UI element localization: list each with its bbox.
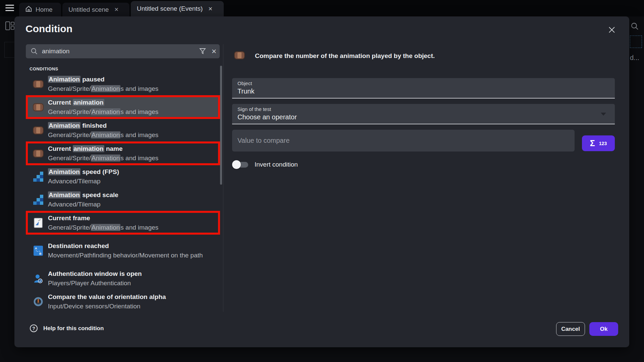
invert-condition-row: Invert condition bbox=[232, 160, 298, 169]
sprite-icon bbox=[33, 126, 44, 135]
tab-home[interactable]: Home bbox=[19, 3, 61, 16]
svg-text:A: A bbox=[35, 247, 37, 250]
clear-search-icon[interactable]: ✕ bbox=[208, 46, 220, 57]
object-field-value: Trunk bbox=[237, 87, 609, 95]
object-field-label: Object bbox=[237, 80, 609, 86]
dialog-title: Condition bbox=[25, 23, 72, 35]
truncated-text: d... bbox=[630, 54, 639, 62]
numeric-badge: 123 bbox=[599, 141, 607, 146]
tab-untitled-scene-events[interactable]: Untitled scene (Events) ✕ bbox=[131, 1, 224, 16]
ok-button[interactable]: Ok bbox=[589, 322, 618, 336]
condition-title: Animation speed (FPS) bbox=[48, 167, 119, 177]
condition-list-item[interactable]: Animation finished General/Sprite/Animat… bbox=[26, 119, 220, 142]
invert-condition-label: Invert condition bbox=[255, 161, 298, 168]
tab-label: Home bbox=[36, 6, 53, 13]
invert-condition-toggle[interactable] bbox=[232, 160, 250, 169]
condition-list-item[interactable]: AB Destination reached Movement/Pathfind… bbox=[26, 234, 220, 267]
search-input[interactable] bbox=[42, 48, 197, 55]
condition-title: Authentication window is open bbox=[48, 269, 142, 279]
filter-icon[interactable] bbox=[197, 46, 208, 57]
condition-title: Animation paused bbox=[48, 75, 158, 84]
search-icon[interactable] bbox=[631, 22, 639, 32]
condition-list-item[interactable]: Animation speed scale Advanced/Tilemap bbox=[26, 188, 220, 211]
close-dialog-icon[interactable] bbox=[606, 24, 618, 36]
expression-editor-button[interactable]: Σ 123 bbox=[582, 135, 615, 151]
condition-list: Animation paused General/Sprite/Animatio… bbox=[26, 72, 223, 312]
screen: Home Untitled scene ✕ Untitled scene (Ev… bbox=[0, 0, 644, 362]
panel-divider bbox=[223, 44, 223, 312]
condition-title: Compare the value of orientation alpha bbox=[48, 292, 166, 302]
value-to-compare-field[interactable]: Value to compare bbox=[232, 130, 575, 152]
sprite-icon bbox=[33, 149, 44, 158]
tab-untitled-scene[interactable]: Untitled scene ✕ bbox=[62, 3, 129, 16]
help-link[interactable]: ? Help for this condition bbox=[30, 324, 104, 332]
chevron-down-icon bbox=[601, 113, 606, 116]
condition-description: Compare the number of the animation play… bbox=[255, 52, 435, 60]
condition-path: General/Sprite/Animations and images bbox=[48, 107, 158, 117]
condition-dialog: Condition ✕ CONDITIONS Anim bbox=[14, 16, 629, 347]
value-placeholder: Value to compare bbox=[237, 137, 289, 144]
pathfinding-icon: AB bbox=[33, 246, 44, 256]
operator-select[interactable]: Sign of the test Choose an operator bbox=[232, 104, 615, 124]
condition-title: Destination reached bbox=[48, 241, 203, 251]
frame-icon bbox=[33, 218, 44, 228]
orientation-icon bbox=[33, 297, 44, 307]
sprite-icon bbox=[33, 80, 44, 88]
condition-path: Players/Player Authentication bbox=[48, 279, 142, 288]
sigma-icon: Σ bbox=[590, 138, 595, 148]
condition-list-item[interactable]: Compare the value of orientation alpha I… bbox=[26, 290, 220, 312]
condition-list-item[interactable]: Animation speed (FPS) Advanced/Tilemap bbox=[26, 165, 220, 188]
condition-description-row: Compare the number of the animation play… bbox=[234, 51, 435, 61]
condition-title: Animation speed scale bbox=[48, 190, 118, 200]
help-icon: ? bbox=[30, 324, 38, 332]
close-tab-icon[interactable]: ✕ bbox=[114, 6, 118, 13]
condition-list-item[interactable]: Authentication window is open Players/Pl… bbox=[26, 267, 220, 290]
cancel-button[interactable]: Cancel bbox=[556, 322, 585, 336]
condition-list-item[interactable]: Current animation name General/Sprite/An… bbox=[26, 142, 220, 165]
help-label: Help for this condition bbox=[43, 325, 104, 332]
condition-path: Advanced/Tilemap bbox=[48, 200, 118, 209]
tab-label: Untitled scene bbox=[68, 6, 109, 13]
tilemap-icon bbox=[33, 172, 44, 182]
condition-path: Input/Device sensors/Orientation bbox=[48, 302, 166, 311]
sprite-icon bbox=[33, 103, 44, 112]
tilemap-icon bbox=[33, 195, 44, 205]
sprite-animation-icon bbox=[234, 51, 245, 61]
condition-title: Current frame bbox=[48, 214, 158, 223]
tab-bar: Home Untitled scene ✕ Untitled scene (Ev… bbox=[0, 0, 644, 16]
home-icon bbox=[25, 5, 32, 14]
editor-fragment bbox=[4, 42, 14, 58]
condition-path: Movement/Pathfinding behavior/Movement o… bbox=[48, 251, 203, 260]
condition-list-item[interactable]: Current frame General/Sprite/Animations … bbox=[26, 211, 220, 234]
object-field[interactable]: Object Trunk bbox=[232, 78, 615, 99]
tab-label: Untitled scene (Events) bbox=[137, 5, 203, 12]
objects-panel-icon[interactable] bbox=[5, 21, 15, 30]
condition-title: Current animation name bbox=[48, 144, 158, 154]
condition-list-item[interactable]: Animation paused General/Sprite/Animatio… bbox=[26, 72, 220, 96]
condition-title: Animation finished bbox=[48, 121, 158, 130]
condition-list-item[interactable]: Current animation General/Sprite/Animati… bbox=[26, 96, 220, 119]
close-tab-icon[interactable]: ✕ bbox=[208, 6, 212, 12]
condition-title: Current animation bbox=[48, 98, 158, 107]
svg-text:B: B bbox=[39, 252, 42, 255]
main-menu-icon[interactable] bbox=[5, 5, 14, 12]
operator-select-label: Sign of the test bbox=[237, 106, 609, 112]
auth-icon bbox=[33, 274, 44, 283]
condition-search-bar: ✕ bbox=[26, 44, 220, 58]
condition-path: General/Sprite/Animations and images bbox=[48, 154, 158, 163]
list-section-header: CONDITIONS bbox=[30, 66, 58, 71]
condition-path: General/Sprite/Animations and images bbox=[48, 223, 158, 232]
operator-select-value: Choose an operator bbox=[237, 113, 609, 121]
selection-outline bbox=[630, 36, 642, 48]
condition-path: Advanced/Tilemap bbox=[48, 177, 119, 186]
condition-path: General/Sprite/Animations and images bbox=[48, 130, 158, 140]
condition-path: General/Sprite/Animations and images bbox=[48, 84, 158, 94]
search-icon bbox=[31, 48, 38, 55]
list-scrollbar[interactable] bbox=[220, 66, 222, 185]
